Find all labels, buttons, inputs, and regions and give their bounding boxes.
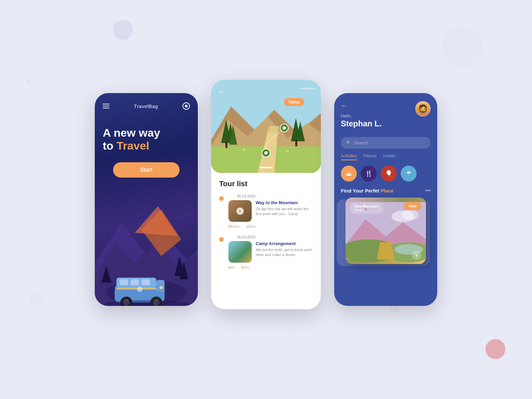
- timeline-dot: [219, 196, 224, 201]
- svg-point-38: [283, 126, 286, 130]
- greeting-text: Hello,: [341, 113, 382, 118]
- list-item: 05.03.2020 Camp Arrangement We put the t…: [219, 235, 313, 269]
- category-mountain[interactable]: ⛰: [341, 166, 357, 182]
- category-food[interactable]: 🍴: [361, 166, 377, 182]
- tour-date: 05.03.2020: [237, 194, 313, 198]
- place-card-overlay: New Mountain Texas 📍 View: [345, 198, 426, 214]
- tour-thumbnail: [228, 241, 252, 263]
- category-beach[interactable]: ☂: [401, 166, 417, 182]
- place-info: New Mountain Texas 📍: [350, 202, 383, 214]
- category-tabs: Activites Places Hotels: [334, 153, 437, 160]
- phone-1: TravelBag A new way to Travel Start: [95, 93, 198, 306]
- tour-title: Way to the Mountain: [256, 200, 313, 205]
- headline: A new way to Travel: [103, 126, 190, 152]
- tour-description: On tge first day we will reach the first…: [256, 206, 313, 217]
- list-item: 05.03.2020 Way to the Mountain On tge fi…: [219, 194, 313, 228]
- play-button[interactable]: [236, 207, 244, 215]
- stat-speed: 60/min: [228, 224, 239, 228]
- tour-stats: 60/min 12/km: [228, 224, 313, 228]
- hero-illustration: [95, 190, 198, 306]
- tab-hotels[interactable]: Hotels: [383, 153, 395, 160]
- svg-rect-12: [142, 279, 150, 285]
- svg-point-35: [243, 148, 246, 151]
- svg-point-20: [137, 287, 142, 292]
- phone-3: ← Hello, Stephan L. 🧔 🔍 Search Activites…: [334, 93, 437, 306]
- place-name: New Mountain: [354, 204, 379, 208]
- tour-stats: 6/hr 0/km: [228, 265, 313, 269]
- menu-icon[interactable]: [103, 104, 109, 108]
- svg-marker-3: [135, 206, 178, 236]
- svg-rect-34: [295, 140, 297, 146]
- svg-rect-14: [156, 280, 165, 292]
- map-scroll-indicator: [259, 167, 273, 168]
- category-balloon[interactable]: 🎈: [381, 166, 397, 182]
- tour-date: 05.03.2020: [237, 235, 313, 239]
- tour-info: Camp Arrangement We put the tents, get t…: [256, 241, 313, 263]
- map-area: Camp ←: [211, 80, 321, 173]
- svg-rect-10: [120, 279, 128, 285]
- timeline-dot: [219, 237, 224, 242]
- svg-rect-11: [131, 279, 139, 285]
- tour-list-body: Tour list 05.03.2020 Way to the Mountain: [211, 173, 321, 283]
- svg-point-15: [160, 286, 163, 289]
- svg-marker-47: [377, 242, 394, 260]
- phone-1-header: TravelBag: [95, 93, 198, 113]
- tab-activities[interactable]: Activites: [341, 153, 357, 160]
- start-button[interactable]: Start: [113, 162, 180, 178]
- avatar-face: 🧔: [416, 102, 430, 116]
- camp-badge: Camp: [284, 98, 304, 106]
- back-button[interactable]: ←: [218, 88, 224, 95]
- tour-description: We put the tents, get to know each other…: [256, 247, 313, 258]
- stat-distance: 12/km: [246, 224, 256, 228]
- avatar: 🧔: [415, 101, 431, 116]
- tour-title: Camp Arrangement: [256, 241, 313, 246]
- phone-2: Camp ← Tour list 05.03.2020: [211, 80, 321, 309]
- tour-list-title: Tour list: [219, 180, 313, 188]
- back-button-3[interactable]: ←: [341, 102, 382, 109]
- phone-3-header: ← Hello, Stephan L. 🧔: [334, 93, 437, 134]
- search-icon: 🔍: [346, 140, 351, 145]
- place-location: Texas 📍: [354, 208, 379, 212]
- user-profile-icon[interactable]: [183, 102, 190, 110]
- tour-card: Camp Arrangement We put the tents, get t…: [228, 241, 313, 263]
- favorite-button[interactable]: ♥: [412, 251, 421, 260]
- search-bar[interactable]: 🔍 Search: [341, 137, 431, 149]
- user-name: Stephan L.: [341, 119, 382, 128]
- svg-point-36: [286, 150, 289, 153]
- category-icons-row: ⛰ 🍴 🎈 ☂: [334, 166, 437, 182]
- hero-content: A new way to Travel Start: [95, 113, 198, 184]
- app-title: TravelBag: [134, 103, 158, 109]
- view-button[interactable]: View: [404, 202, 421, 210]
- map-background: Camp: [211, 80, 321, 173]
- more-button[interactable]: •••: [425, 188, 431, 194]
- location-pin-icon: 📍: [364, 208, 368, 212]
- find-title: Find Your Perfet Place: [341, 188, 394, 194]
- tour-thumbnail: [228, 200, 252, 222]
- find-section-header: Find Your Perfet Place •••: [334, 188, 437, 194]
- place-card-wrapper: New Mountain Texas 📍 View ♥: [339, 198, 433, 264]
- svg-rect-30: [225, 141, 227, 148]
- stat-speed: 6/hr: [228, 265, 235, 269]
- svg-point-40: [264, 151, 268, 155]
- tour-info: Way to the Mountain On tge first day we …: [256, 200, 313, 222]
- search-placeholder: Search: [354, 140, 368, 145]
- tour-card: Way to the Mountain On tge first day we …: [228, 200, 313, 222]
- dots-menu[interactable]: [301, 88, 314, 89]
- tab-places[interactable]: Places: [363, 153, 376, 160]
- stat-distance: 0/km: [241, 265, 249, 269]
- place-card: New Mountain Texas 📍 View ♥: [345, 198, 426, 264]
